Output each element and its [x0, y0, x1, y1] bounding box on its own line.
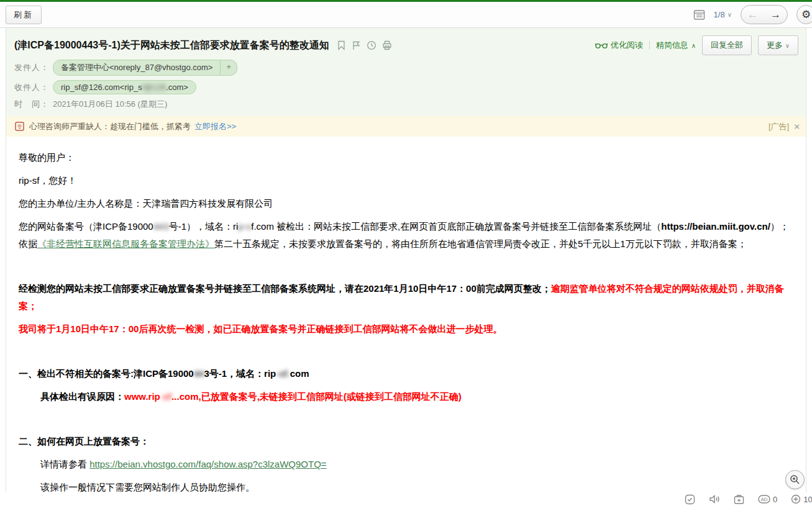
page-indicator[interactable]: 1/8 ∨	[714, 10, 732, 19]
mail-header: (津ICP备19000443号-1)关于网站未按工信部要求放置备案号的整改通知	[6, 28, 806, 116]
concise-info-action[interactable]: 精简信息 ∧	[656, 40, 696, 51]
optimize-reading-action[interactable]: 优化阅读	[595, 40, 643, 51]
recheck-paragraph: 我司将于1月10日中午17：00后再次统一检测，如已正确放置备案号并正确链接到工…	[19, 320, 793, 338]
redacted-text: p-s	[238, 221, 251, 232]
zoom-level-control[interactable]: 100	[791, 494, 812, 504]
next-mail-button[interactable]: →	[764, 6, 787, 24]
faq-line: 详情请参看 https://beian.vhostgo.com/faq/show…	[19, 456, 793, 473]
more-button[interactable]: 更多 ∨	[758, 35, 798, 55]
ad-filter-counter[interactable]: AD 0	[758, 495, 777, 504]
reply-all-button[interactable]: 回复全部	[702, 35, 752, 55]
faq-link[interactable]: https://beian.vhostgo.com/faq/show.asp?c…	[89, 459, 326, 469]
from-label: 发件人：	[14, 62, 53, 73]
toolbar: 刷新 1/8 ∨ ← → ⚙	[0, 2, 812, 28]
settings-gear-button[interactable]: ⚙	[796, 5, 812, 24]
time-row: 时 间： 2021年01月06日 10:56 (星期三)	[14, 99, 798, 110]
status-bar: AD 0 100	[0, 492, 812, 506]
mail-view: (津ICP备19000443号-1)关于网站未按工信部要求放置备案号的整改通知	[6, 28, 806, 506]
to-row: 收件人： rip_sf@126.com<rip_sf@126.com>	[14, 80, 798, 94]
recipient-address-chip[interactable]: rip_sf@126.com<rip_sf@126.com>	[53, 80, 196, 94]
divider	[649, 41, 650, 50]
redacted-text: -sf.	[276, 368, 290, 379]
time-label: 时 间：	[14, 99, 53, 110]
to-label: 收件人：	[14, 82, 53, 93]
medkit-button[interactable]	[734, 494, 744, 505]
print-icon[interactable]	[382, 40, 392, 50]
organizer-line: 您的主办单位/主办人名称是：天津瑞普四方科技发展有限公司	[19, 195, 793, 212]
redacted-text: f@126	[142, 83, 167, 92]
certificate-icon	[15, 122, 24, 131]
glasses-icon	[595, 42, 608, 49]
section-2-title: 二、如何在网页上放置备案号：	[19, 433, 793, 450]
error-reason-line: 具体检出有误原因：www.rip-sf...com,已放置备案号,未链接到工信部…	[19, 388, 793, 405]
salutation: rip-sf，您好！	[19, 172, 793, 189]
concise-info-label: 精简信息	[656, 40, 688, 51]
deadline-paragraph: 经检测您的网站未按工信部要求正确放置备案号并链接至工信部备案系统网址，请在202…	[19, 280, 793, 315]
time-value: 2021年01月06日 10:56 (星期三)	[53, 99, 167, 110]
mail-subject: (津ICP备19000443号-1)关于网站未按工信部要求放置备案号的整改通知	[14, 39, 329, 52]
close-icon[interactable]: ×	[794, 121, 800, 132]
ad-signup-link[interactable]: 立即报名>>	[194, 121, 236, 132]
speaker-toggle[interactable]	[709, 494, 720, 504]
clock-icon[interactable]	[367, 40, 376, 50]
redacted-text: 443	[153, 221, 169, 232]
previous-mail-button[interactable]: ←	[741, 6, 764, 24]
sender-address-chip[interactable]: 备案管理中心<noreply_87@vhostgo.com>	[53, 60, 221, 76]
optimize-reading-label: 优化阅读	[611, 40, 643, 51]
magnifier-plus-icon	[790, 474, 800, 485]
mail-nav-group: ← →	[741, 5, 788, 24]
mail-body: 尊敬的用户： rip-sf，您好！ 您的主办单位/主办人名称是：天津瑞普四方科技…	[6, 137, 806, 506]
flag-icon[interactable]	[352, 40, 361, 50]
greeting: 尊敬的用户：	[19, 149, 793, 166]
svg-text:AD: AD	[761, 497, 768, 502]
zoom-level-value: 100	[803, 495, 812, 504]
chevron-up-icon: ∧	[691, 42, 696, 49]
ad-count: 0	[773, 495, 777, 504]
regulation-link[interactable]: 《非经营性互联网信息服务备案管理办法》	[37, 238, 214, 249]
calendar-icon[interactable]	[693, 9, 705, 20]
add-contact-button[interactable]: +	[221, 60, 237, 76]
safety-check-toggle[interactable]	[685, 494, 695, 505]
chevron-down-icon: ∨	[785, 42, 790, 49]
redacted-text: -sf	[160, 391, 171, 402]
ad-tag: [广告]	[769, 121, 789, 132]
miit-url: https://beian.miit.gov.cn/	[661, 221, 770, 232]
section-1-title: 一、检出不符相关的备案号:津ICP备19000443号-1，域名：rip-sf.…	[19, 365, 793, 382]
ad-text: 心理咨询师严重缺人：趁现在门槛低，抓紧考	[29, 121, 191, 132]
refresh-button[interactable]: 刷新	[6, 6, 42, 24]
redacted-text: 44	[194, 368, 204, 379]
zoom-in-fab[interactable]	[785, 470, 805, 489]
detection-paragraph: 您的网站备案号（津ICP备19000443号-1），域名：rip-sf.com …	[19, 218, 793, 253]
ad-banner[interactable]: 心理咨询师严重缺人：趁现在门槛低，抓紧考 立即报名>> [广告] ×	[6, 116, 806, 137]
bookmark-icon[interactable]	[337, 40, 346, 50]
chevron-down-icon: ∨	[728, 11, 732, 18]
from-row: 发件人： 备案管理中心<noreply_87@vhostgo.com> +	[14, 60, 798, 76]
page-indicator-value: 1/8	[714, 10, 725, 19]
